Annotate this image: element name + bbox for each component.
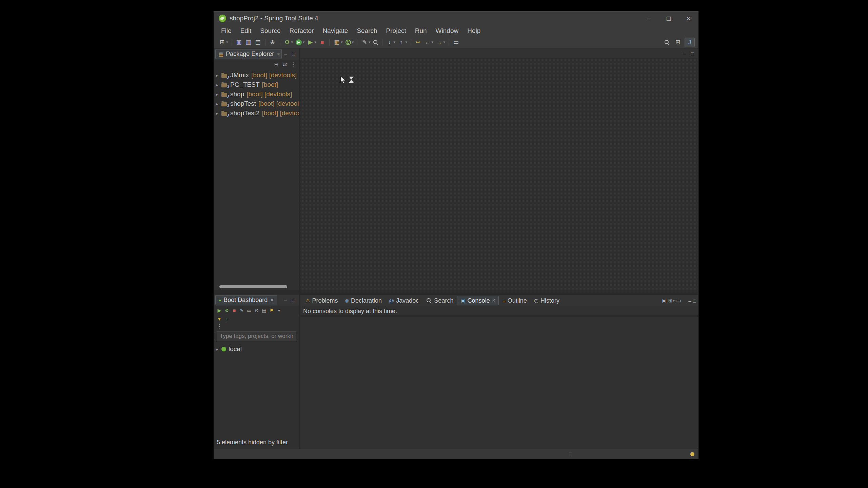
next-annotation-icon[interactable]: ↓ ▾: [385, 38, 397, 47]
view-menu-icon[interactable]: ⋮: [290, 61, 297, 67]
open-browser-icon[interactable]: ⊙: [253, 308, 260, 313]
tab-declaration[interactable]: ◈ Declaration: [341, 296, 385, 305]
minimize-panel-icon[interactable]: –: [689, 298, 691, 304]
view-menu-icon[interactable]: ⋮: [216, 323, 223, 329]
close-tab-icon[interactable]: ×: [492, 298, 495, 304]
statusbar-handle[interactable]: ⋮: [567, 451, 572, 457]
left-column: ▤ Package Explorer × –□ ⊟⇄⋮ ▸: [214, 48, 299, 449]
build-all-icon[interactable]: ⊕: [268, 38, 277, 47]
separator: [382, 39, 382, 46]
expand-arrow-icon[interactable]: ▸: [216, 92, 221, 97]
open-perspective-icon[interactable]: ⊞: [673, 38, 683, 47]
menu-project[interactable]: Project: [382, 25, 411, 36]
minimize-view-icon[interactable]: –: [282, 297, 290, 303]
horizontal-scrollbar[interactable]: [219, 285, 287, 288]
tag-icon[interactable]: ⚑: [268, 308, 275, 313]
editor-canvas[interactable]: [300, 59, 698, 291]
maximize-view-icon[interactable]: □: [290, 51, 297, 57]
tab-console[interactable]: ▣ Console ×: [457, 296, 499, 305]
debug-icon[interactable]: ⚙ ▾: [282, 38, 294, 47]
maximize-window-button[interactable]: □: [659, 12, 678, 25]
menu-file[interactable]: File: [217, 25, 236, 36]
menu-source[interactable]: Source: [256, 25, 285, 36]
maximize-editor-icon[interactable]: □: [689, 50, 696, 56]
expand-arrow-icon[interactable]: ▸: [216, 82, 221, 87]
open-config-icon[interactable]: ✎: [238, 308, 245, 313]
save-all-icon[interactable]: ▥: [244, 38, 253, 47]
tree-item-project[interactable]: ▸ J shop [boot] [devtools]: [214, 89, 299, 99]
link-with-editor-icon[interactable]: ⇄: [281, 61, 289, 67]
tree-item-project[interactable]: ▸ J JMmix [boot] [devtools]: [214, 70, 299, 80]
tab-boot-dashboard[interactable]: ● Boot Dashboard ×: [215, 295, 277, 305]
java-ee-perspective-icon[interactable]: J: [685, 38, 695, 47]
back-icon[interactable]: ← ▾: [423, 38, 435, 47]
menu-navigate[interactable]: Navigate: [318, 25, 352, 36]
open-editor-window-icon[interactable]: ▭: [451, 38, 461, 47]
new-java-project-icon[interactable]: ▦ ▾: [332, 38, 344, 47]
maximize-panel-icon[interactable]: □: [693, 298, 696, 304]
menu-refactor[interactable]: Refactor: [285, 25, 318, 36]
tree-item-project[interactable]: ▸ J PG_TEST [boot]: [214, 80, 299, 89]
tab-search[interactable]: Search: [422, 296, 457, 305]
minimize-window-button[interactable]: –: [639, 12, 659, 25]
forward-icon[interactable]: → ▾: [434, 38, 446, 47]
menu-edit[interactable]: Edit: [236, 25, 256, 36]
filter-input[interactable]: [217, 331, 296, 341]
toolbar-overflow-chevron[interactable]: ▾: [276, 308, 282, 313]
minimize-view-icon[interactable]: –: [282, 51, 290, 57]
tree-item-project[interactable]: ▸ J shopTest [boot] [devtools]: [214, 99, 299, 108]
expand-arrow-icon[interactable]: ▸: [216, 101, 221, 106]
add-target-icon[interactable]: +: [223, 316, 230, 322]
sash-horizontal-left[interactable]: [214, 290, 299, 294]
separator: [280, 39, 280, 46]
project-name: JMmix: [230, 72, 249, 79]
close-window-button[interactable]: ×: [678, 12, 698, 25]
new-java-class-icon[interactable]: C ▾: [344, 38, 355, 47]
new-wizard-icon[interactable]: ⊞ ▾: [217, 38, 229, 47]
debug-start-icon[interactable]: ⚙: [223, 308, 230, 313]
last-edit-location-icon[interactable]: ↩: [413, 38, 423, 47]
toolbar-right-group: ⊞ J: [663, 38, 695, 47]
run-icon[interactable]: ▶ ▾: [294, 38, 306, 47]
external-tools-icon[interactable]: ▶ ▾: [306, 38, 318, 47]
search-flashlight-icon[interactable]: [372, 38, 380, 47]
notification-icon[interactable]: [690, 452, 694, 456]
chevron-down-icon: ▾: [226, 40, 228, 44]
menu-help[interactable]: Help: [463, 25, 485, 36]
expand-arrow-icon[interactable]: ▸: [216, 347, 221, 352]
tab-javadoc[interactable]: @ Javadoc: [386, 296, 422, 305]
tab-package-explorer[interactable]: ▤ Package Explorer ×: [215, 49, 282, 59]
properties-icon[interactable]: ▤: [261, 308, 268, 313]
menu-window[interactable]: Window: [431, 25, 463, 36]
close-view-icon[interactable]: ×: [270, 297, 274, 304]
open-console-icon[interactable]: ⊞ ▾: [668, 298, 675, 304]
maximize-view-icon[interactable]: □: [290, 297, 297, 303]
close-view-icon[interactable]: ×: [277, 51, 280, 58]
java-project-icon: J: [221, 82, 228, 88]
tab-history[interactable]: ◷ History: [531, 296, 563, 305]
collapse-all-icon[interactable]: ⊟: [273, 61, 280, 67]
display-selected-console-icon[interactable]: ▣: [662, 298, 667, 304]
tree-item-project[interactable]: ▸ J shopTest2 [boot] [devtools]: [214, 108, 299, 118]
filter-icon[interactable]: ▼: [216, 316, 223, 322]
tree-item-local[interactable]: ▸ local: [214, 344, 299, 354]
java-project-icon: J: [221, 92, 228, 97]
pin-console-icon[interactable]: ▭: [676, 298, 681, 304]
quick-access-search-icon[interactable]: [663, 38, 671, 47]
tab-outline[interactable]: ≡ Outline: [499, 296, 530, 305]
print-icon[interactable]: ▤: [253, 38, 263, 47]
stop-icon[interactable]: ■: [317, 38, 327, 47]
menu-search[interactable]: Search: [352, 25, 381, 36]
tab-problems[interactable]: ⚠ Problems: [302, 296, 341, 305]
expand-arrow-icon[interactable]: ▸: [216, 73, 221, 78]
menu-run[interactable]: Run: [411, 25, 431, 36]
save-icon[interactable]: ▣: [234, 38, 244, 47]
open-console-icon[interactable]: ▭: [246, 308, 253, 313]
expand-arrow-icon[interactable]: ▸: [216, 111, 221, 116]
start-restart-icon[interactable]: ▶: [216, 308, 223, 313]
stop-icon[interactable]: ■: [231, 308, 238, 313]
open-task-icon[interactable]: ✎ ▾: [360, 38, 372, 47]
minimize-editor-icon[interactable]: –: [681, 50, 689, 56]
sash-horizontal-right[interactable]: [300, 291, 698, 294]
previous-annotation-icon[interactable]: ↑ ▾: [396, 38, 408, 47]
